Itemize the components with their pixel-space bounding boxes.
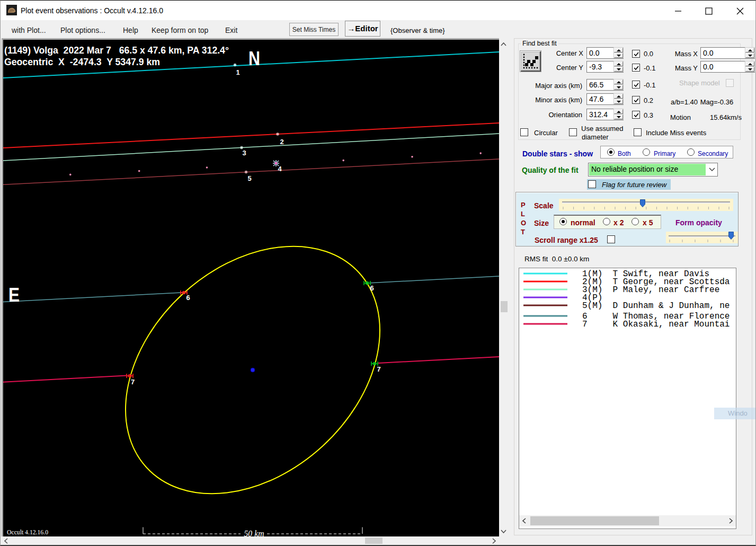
svg-text:6: 6 xyxy=(186,294,190,302)
svg-text:50 km: 50 km xyxy=(244,529,264,536)
svg-text:1: 1 xyxy=(236,68,239,76)
svg-text:7: 7 xyxy=(377,365,380,373)
svg-text:Geocentric X -2474.3 Y 5347: Geocentric X -2474.3 Y 5347.9 km xyxy=(4,57,160,67)
svg-text:Occult 4.12.16.0: Occult 4.12.16.0 xyxy=(7,529,48,536)
svg-text:4: 4 xyxy=(278,165,282,173)
svg-text:5(M) D Dunham & J Dunham, ne: 5(M) D Dunham & J Dunham, ne xyxy=(582,301,730,311)
svg-text:6: 6 xyxy=(370,284,373,292)
svg-text:2: 2 xyxy=(280,138,283,146)
svg-text:7: 7 xyxy=(131,378,135,386)
svg-text:(1149) Volga 2022 Mar 7 66.: (1149) Volga 2022 Mar 7 66.5 x 47.6 km, … xyxy=(4,45,229,56)
svg-text:3: 3 xyxy=(242,149,246,157)
svg-text:3(M) P Maley, near Carfree: 3(M) P Maley, near Carfree xyxy=(582,285,719,295)
svg-text:N: N xyxy=(248,48,260,69)
svg-text:E: E xyxy=(8,284,20,306)
svg-text:7 K Okasaki, near Mountai: 7 K Okasaki, near Mountai xyxy=(582,320,730,329)
svg-text:5: 5 xyxy=(247,174,251,182)
